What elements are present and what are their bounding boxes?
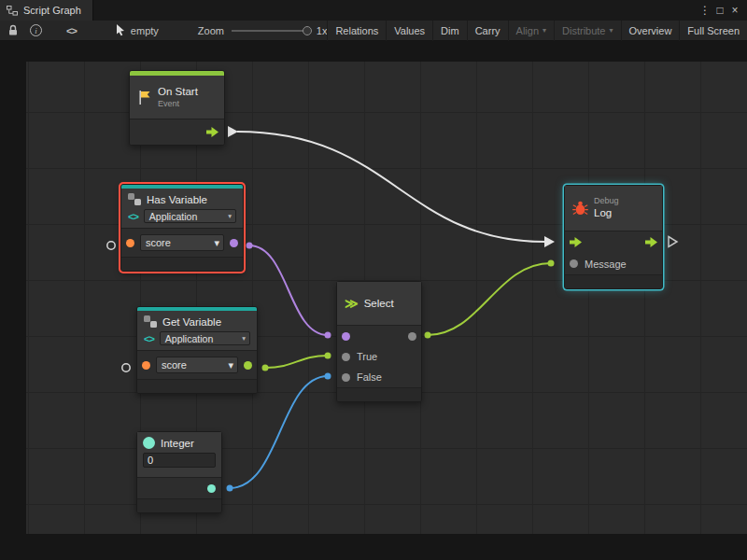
- flow-output-port[interactable]: [645, 237, 657, 247]
- port-row: [137, 477, 221, 499]
- title-bar: Script Graph ⋮ □ ×: [0, 0, 747, 21]
- dropdown-caret-icon: ▾: [214, 237, 219, 249]
- script-graph-icon: [7, 6, 18, 16]
- zoom-slider-track: [232, 30, 311, 32]
- port-condition-input[interactable]: [342, 332, 350, 341]
- node-header[interactable]: On Start Event: [130, 76, 224, 119]
- node-title: Has Variable: [147, 194, 207, 205]
- flag-icon: [137, 90, 152, 105]
- port-row: score ▾: [137, 351, 257, 379]
- node-title: On Start: [158, 85, 198, 98]
- port-row: [565, 231, 662, 253]
- variable-kind-icon: <>: [128, 211, 138, 222]
- variables-icon: [128, 193, 141, 205]
- node-header[interactable]: ≫ Select: [337, 282, 421, 325]
- script-graph-window: Script Graph ⋮ □ × i <> empty Zoom: [0, 0, 747, 560]
- inspect-label: empty: [131, 25, 159, 36]
- port-selection-output[interactable]: [408, 332, 416, 341]
- node-title: Log: [594, 206, 619, 219]
- select-icon: ≫: [345, 297, 359, 310]
- toolbar-button-carry[interactable]: Carry: [467, 21, 508, 41]
- node-select[interactable]: ≫ Select True False: [336, 281, 422, 402]
- scope-dropdown[interactable]: Application ▾: [144, 209, 236, 223]
- node-footer: [337, 388, 421, 401]
- zoom-slider-knob[interactable]: [303, 26, 312, 35]
- port-value-output[interactable]: [207, 484, 216, 493]
- info-icon[interactable]: i: [30, 24, 42, 36]
- zoom-label: Zoom: [198, 25, 224, 36]
- node-integer[interactable]: Integer 0: [136, 431, 222, 513]
- port-row: False: [337, 367, 421, 387]
- zoom-value: 1x: [317, 25, 328, 36]
- node-subtitle: Event: [158, 99, 198, 109]
- variable-kind-icon: <>: [144, 333, 154, 344]
- toolbar-button-overview[interactable]: Overview: [621, 21, 680, 41]
- window-controls: ⋮ □ ×: [698, 0, 747, 21]
- dropdown-caret-icon: ▾: [228, 212, 232, 220]
- port-name-input[interactable]: [142, 361, 150, 370]
- chevron-down-icon: ▾: [543, 26, 546, 35]
- inspect-target[interactable]: empty: [116, 24, 159, 36]
- node-footer: [565, 275, 662, 288]
- zoom-slider[interactable]: [232, 21, 311, 41]
- node-header[interactable]: Integer 0: [137, 432, 221, 477]
- pointer-icon: [116, 24, 126, 36]
- port-label: Message: [585, 259, 627, 270]
- toolbar-button-values[interactable]: Values: [386, 21, 432, 41]
- variable-name-dropdown[interactable]: score ▾: [156, 357, 238, 373]
- port-name-input[interactable]: [126, 239, 134, 247]
- port-row: [130, 119, 224, 145]
- variables-icon: [144, 315, 157, 328]
- node-footer: [137, 380, 257, 393]
- port-row: Message: [565, 253, 662, 274]
- port-message-input[interactable]: [570, 259, 578, 268]
- integer-value-input[interactable]: 0: [143, 453, 216, 468]
- toolbar-button-align[interactable]: Align ▾: [508, 21, 554, 41]
- flow-input-port[interactable]: [570, 237, 582, 247]
- node-footer: [121, 258, 243, 271]
- graph-canvas[interactable]: On Start Event Has Variable <>: [0, 41, 747, 560]
- port-row: score ▾: [121, 229, 243, 257]
- chevron-down-icon: ▾: [610, 26, 613, 35]
- node-header[interactable]: Has Variable <> Application ▾: [121, 189, 243, 228]
- toolbar-button-distribute[interactable]: Distribute ▾: [554, 21, 620, 41]
- toolbar-button-relations[interactable]: Relations: [327, 21, 386, 41]
- variable-name-dropdown[interactable]: score ▾: [140, 234, 224, 251]
- close-icon[interactable]: ×: [727, 0, 742, 21]
- kebab-menu-icon[interactable]: ⋮: [698, 0, 712, 21]
- integer-icon: [143, 437, 155, 449]
- node-title: Get Variable: [162, 316, 221, 328]
- port-true-input[interactable]: [342, 353, 350, 361]
- node-has-variable[interactable]: Has Variable <> Application ▾ score ▾: [120, 184, 244, 272]
- port-bool-output[interactable]: [230, 239, 238, 247]
- toolbar-buttons: Relations Values Dim Carry Align ▾ Distr…: [327, 21, 747, 41]
- port-label: False: [357, 371, 382, 383]
- dropdown-caret-icon: ▾: [228, 359, 233, 371]
- node-header[interactable]: Debug Log: [565, 186, 662, 231]
- code-view-icon[interactable]: <>: [66, 25, 77, 36]
- node-group: Debug: [594, 196, 619, 206]
- node-get-variable[interactable]: Get Variable <> Application ▾ score ▾: [136, 306, 258, 394]
- node-header[interactable]: Get Variable <> Application ▾: [137, 311, 257, 350]
- port-row: [337, 326, 421, 346]
- node-footer: [137, 499, 221, 512]
- dropdown-caret-icon: ▾: [242, 334, 246, 343]
- lock-icon[interactable]: [7, 24, 19, 36]
- scope-dropdown[interactable]: Application ▾: [160, 331, 250, 345]
- flow-output-port[interactable]: [206, 127, 218, 137]
- port-label: True: [357, 351, 377, 362]
- toolbar-button-dim[interactable]: Dim: [432, 21, 467, 41]
- maximize-icon[interactable]: □: [712, 0, 727, 21]
- node-debug-log[interactable]: Debug Log Message: [564, 185, 663, 289]
- node-title: Select: [364, 298, 394, 309]
- tab-title: Script Graph: [23, 5, 81, 16]
- tab-script-graph[interactable]: Script Graph: [0, 0, 93, 21]
- node-title: Integer: [161, 438, 194, 449]
- node-on-start[interactable]: On Start Event: [129, 70, 225, 146]
- bug-icon: [572, 201, 588, 216]
- toolbar-button-fullscreen[interactable]: Full Screen: [679, 21, 747, 41]
- graph-toolbar: i <> empty Zoom 1x Relations Values Dim …: [0, 21, 747, 41]
- port-value-output[interactable]: [244, 361, 252, 370]
- port-false-input[interactable]: [342, 373, 350, 382]
- port-row: True: [337, 346, 421, 367]
